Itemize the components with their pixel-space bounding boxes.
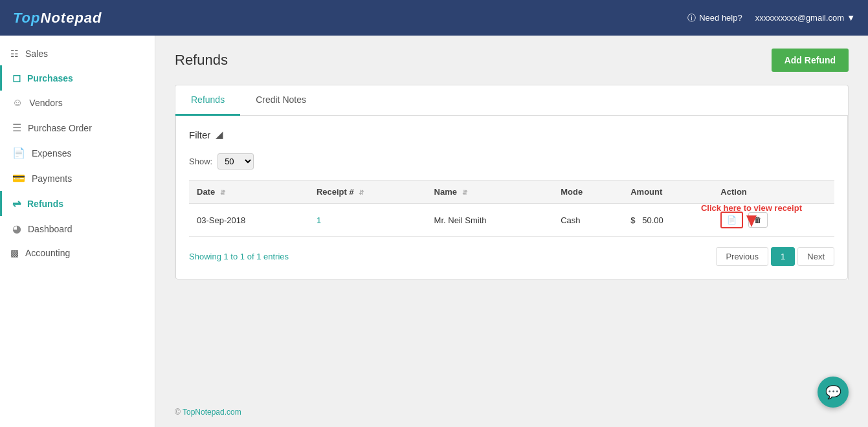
chat-icon: 💬	[825, 384, 841, 400]
page-title: Refunds	[175, 52, 228, 69]
header-right: ⓘ Need help? xxxxxxxxxx@gmail.com ▼	[687, 12, 855, 24]
list-icon: ☰	[12, 122, 21, 134]
sidebar-item-refunds[interactable]: ⇌ Refunds	[0, 191, 155, 216]
dropdown-icon: ▼	[847, 13, 855, 23]
footer-link[interactable]: TopNotepad.com	[183, 408, 241, 417]
cell-name: Mr. Neil Smith	[427, 204, 553, 237]
showing-text: Showing 1 to 1 of 1 entries	[189, 252, 289, 261]
tab-refunds[interactable]: Refunds	[175, 85, 240, 116]
add-refund-button[interactable]: Add Refund	[772, 49, 849, 72]
col-amount: Amount	[623, 181, 713, 204]
footer-text: ©	[175, 408, 183, 417]
help-icon: ⓘ	[687, 12, 696, 24]
sidebar-label-dashboard: Dashboard	[28, 224, 72, 234]
cell-mode: Cash	[553, 204, 623, 237]
help-link[interactable]: ⓘ Need help?	[687, 12, 742, 24]
col-name: Name ⇵	[427, 181, 553, 204]
sidebar-label-refunds: Refunds	[27, 199, 63, 209]
page-to: 1	[240, 252, 245, 261]
app-logo: TopNotepad	[13, 10, 102, 27]
click-annotation: Click here to view receipt	[701, 203, 802, 227]
currency-symbol: $	[630, 215, 635, 225]
card-icon: 💳	[12, 172, 25, 184]
sidebar-item-vendors[interactable]: ☺ Vendors	[0, 91, 155, 115]
person-icon: ☺	[12, 97, 23, 109]
briefcase-icon: 📄	[12, 147, 25, 159]
cell-amount: $ 50.00	[623, 204, 713, 237]
receipt-link[interactable]: 1	[317, 215, 321, 225]
bar-chart-icon: ▩	[10, 248, 19, 258]
email-text: xxxxxxxxxx@gmail.com	[755, 13, 844, 23]
sidebar-label-payments: Payments	[32, 173, 72, 184]
col-receipt: Receipt # ⇵	[309, 181, 427, 204]
sidebar-item-dashboard[interactable]: ◕ Dashboard	[0, 216, 155, 241]
pagination-section: Showing 1 to 1 of 1 entries Previous 1 N…	[189, 247, 834, 266]
sidebar-item-sales[interactable]: ☷ Sales	[0, 42, 155, 65]
sidebar-label-expenses: Expenses	[32, 148, 71, 159]
annotation-arrow	[701, 215, 802, 227]
arrows-icon: ⇌	[12, 197, 21, 210]
sidebar-label-vendors: Vendors	[29, 98, 62, 108]
tabs-container: Refunds Credit Notes Filter ◢ Show	[175, 85, 849, 279]
filter-section: Filter ◢	[189, 129, 834, 140]
help-label: Need help?	[699, 13, 742, 23]
col-mode: Mode	[553, 181, 623, 204]
sidebar-item-purchases[interactable]: ◻ Purchases	[0, 65, 155, 91]
table-wrapper: Click here to view receipt Date ⇵	[189, 180, 834, 237]
previous-button[interactable]: Previous	[716, 247, 768, 266]
layers-icon: ☷	[10, 49, 19, 59]
page-from: 1	[224, 252, 228, 261]
col-date: Date ⇵	[189, 181, 309, 204]
page-header: Refunds Add Refund	[175, 49, 849, 72]
next-button[interactable]: Next	[797, 247, 834, 266]
content-panel: Filter ◢ Show: 10 25 50 100	[175, 116, 848, 279]
footer: © TopNotepad.com	[155, 397, 868, 427]
app-header: TopNotepad ⓘ Need help? xxxxxxxxxx@gmail…	[0, 0, 868, 36]
pagination-controls: Previous 1 Next	[716, 247, 834, 266]
cell-date: 03-Sep-2018	[189, 204, 309, 237]
page-1-button[interactable]: 1	[771, 247, 795, 266]
sidebar-label-purchases: Purchases	[27, 73, 73, 83]
main-content: Refunds Add Refund Refunds Credit Notes	[155, 36, 868, 397]
amount-value: 50.00	[642, 215, 663, 225]
col-action: Action	[713, 181, 834, 204]
show-label: Show:	[189, 157, 212, 166]
chat-button[interactable]: 💬	[818, 377, 849, 408]
sidebar-item-expenses[interactable]: 📄 Expenses	[0, 140, 155, 166]
sort-receipt-icon[interactable]: ⇵	[359, 189, 364, 196]
sidebar: ☷ Sales ◻ Purchases ☺ Vendors ☰ Purchase…	[0, 36, 155, 427]
user-email[interactable]: xxxxxxxxxx@gmail.com ▼	[755, 13, 855, 23]
annotation-text: Click here to view receipt	[701, 203, 802, 213]
sidebar-label-sales: Sales	[25, 49, 48, 59]
show-select[interactable]: 10 25 50 100	[217, 153, 254, 170]
sidebar-label-purchase-order: Purchase Order	[28, 123, 92, 133]
sort-date-icon[interactable]: ⇵	[220, 189, 225, 196]
box-icon: ◻	[12, 72, 21, 84]
page-total: 1	[256, 252, 261, 261]
sidebar-item-accounting[interactable]: ▩ Accounting	[0, 241, 155, 265]
tab-credit-notes[interactable]: Credit Notes	[240, 85, 322, 116]
arrow-down-red	[746, 215, 757, 227]
show-section: Show: 10 25 50 100	[189, 153, 834, 170]
cell-receipt: 1	[309, 204, 427, 237]
sidebar-item-purchase-order[interactable]: ☰ Purchase Order	[0, 115, 155, 140]
tabs: Refunds Credit Notes	[175, 85, 848, 116]
dashboard-icon: ◕	[12, 223, 21, 235]
filter-label: Filter	[189, 129, 210, 140]
filter-icon: ◢	[216, 129, 223, 140]
sidebar-label-accounting: Accounting	[25, 248, 70, 258]
sidebar-item-payments[interactable]: 💳 Payments	[0, 166, 155, 191]
sort-name-icon[interactable]: ⇵	[462, 189, 467, 196]
